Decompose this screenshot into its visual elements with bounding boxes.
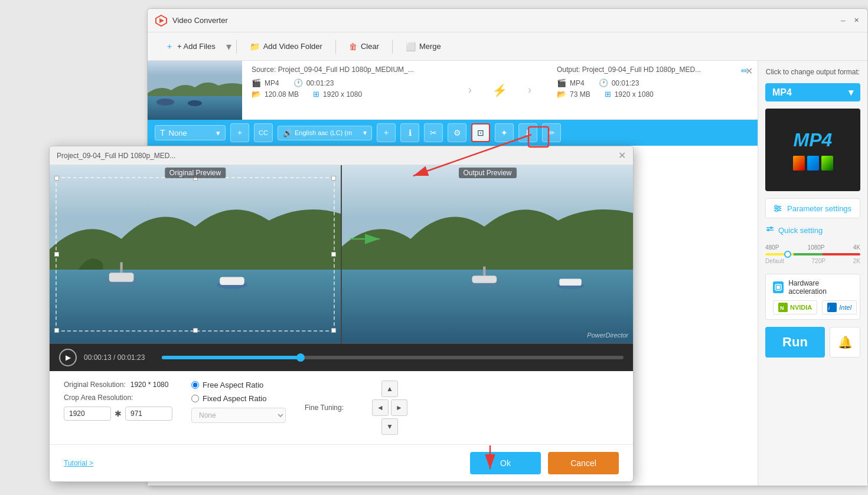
- out-resolution-icon: ⊞: [605, 90, 611, 99]
- minimize-button[interactable]: ─: [839, 17, 847, 25]
- nav-right-button[interactable]: ►: [391, 399, 407, 416]
- crop-handle-bc[interactable]: [193, 328, 198, 333]
- hw-accel-icon: [773, 281, 784, 293]
- out-format-icon: 🎬: [557, 78, 566, 87]
- subtitle-select[interactable]: T None ▾: [155, 125, 226, 140]
- quality-labels: 480P 1080P 4K: [765, 244, 860, 251]
- progress-thumb[interactable]: [296, 353, 305, 362]
- crop-handle-tr[interactable]: [331, 176, 336, 181]
- source-meta-row: 🎬 MP4 🕐 00:01:23: [252, 78, 443, 87]
- fixed-aspect-ratio-option[interactable]: Fixed Aspect Ratio: [191, 394, 286, 403]
- crop-separator: ✱: [115, 409, 122, 418]
- fixed-aspect-radio[interactable]: [191, 395, 199, 402]
- audio-icon: 🔊: [283, 129, 292, 137]
- play-button[interactable]: ▶: [59, 349, 77, 366]
- add-subtitle-button[interactable]: ＋: [230, 123, 249, 142]
- enhance-button[interactable]: ⚙: [448, 123, 466, 142]
- crop-selection-overlay[interactable]: [56, 177, 335, 332]
- svg-text:N: N: [780, 305, 784, 311]
- preview-area: Original Preview: [50, 165, 633, 343]
- crop-input-row: ✱: [64, 407, 172, 421]
- add-files-button[interactable]: ＋ + Add Files: [157, 38, 224, 55]
- crop-handle-tl[interactable]: [54, 176, 59, 181]
- svg-point-15: [770, 227, 772, 229]
- output-format-label: Click to change output format:: [765, 68, 860, 76]
- download-button[interactable]: ⬇: [518, 123, 537, 142]
- output-preview-panel: Output Preview: [342, 165, 633, 343]
- source-meta-row-2: 📂 120.08 MB ⊞ 1920 x 1080: [252, 90, 443, 99]
- format-selector[interactable]: MP4 ▾: [765, 83, 860, 101]
- parameter-settings-button[interactable]: Parameter settings: [765, 198, 860, 218]
- ok-button[interactable]: Ok: [470, 452, 541, 474]
- tutorial-link[interactable]: Tutorial >: [64, 459, 93, 467]
- crop-handle-mr[interactable]: [331, 252, 336, 257]
- close-file-button[interactable]: ✕: [745, 65, 753, 77]
- format-label: MP4: [772, 87, 792, 98]
- crop-handle-bl[interactable]: [54, 328, 59, 333]
- crop-handle-br[interactable]: [331, 328, 336, 333]
- mp4-badge: MP4: [793, 129, 833, 151]
- crop-button[interactable]: ⊡: [471, 123, 490, 142]
- run-button[interactable]: Run: [765, 327, 825, 358]
- slider-thumb[interactable]: [784, 251, 791, 258]
- source-info: Source: Project_09-04_Full HD 1080p_MEDI…: [242, 61, 452, 119]
- audio-chevron-icon: ▾: [363, 129, 367, 137]
- settings-icon: [773, 204, 782, 213]
- add-files-dropdown[interactable]: ▾: [226, 40, 231, 53]
- crop-controls: Original Resolution: 1920 * 1080 Crop Ar…: [50, 371, 633, 444]
- crop-dialog-title: Project_09-04_Full HD 1080p_MED...: [57, 152, 618, 160]
- output-duration: 🕐 00:01:23: [599, 78, 639, 87]
- nav-lr-row: ◄ ►: [372, 399, 407, 416]
- add-video-folder-button[interactable]: 📁 Add Video Folder: [242, 38, 331, 55]
- info-button[interactable]: ℹ: [400, 123, 419, 142]
- add-audio-button[interactable]: ＋: [377, 123, 396, 142]
- clear-button[interactable]: 🗑 Clear: [341, 38, 387, 55]
- toolbar-divider-2: [335, 40, 336, 54]
- svg-point-5: [188, 100, 202, 106]
- cc-button[interactable]: CC: [254, 123, 273, 142]
- cut-button[interactable]: ✂: [424, 123, 443, 142]
- crop-height-input[interactable]: [125, 407, 172, 421]
- format-chevron-icon: ▾: [849, 87, 853, 98]
- nav-up-button[interactable]: ▲: [381, 381, 398, 397]
- free-aspect-radio[interactable]: [191, 381, 199, 389]
- progress-fill: [162, 356, 301, 359]
- edit-button[interactable]: ✏: [542, 123, 561, 142]
- trash-icon: 🗑: [349, 42, 357, 51]
- crop-handle-ml[interactable]: [54, 252, 59, 257]
- effects-toolbar: T None ▾ ＋ CC 🔊 English aac (LC) (m ▾ ＋ …: [148, 120, 758, 146]
- progress-bar[interactable]: [162, 356, 624, 359]
- aspect-ratio-dropdown[interactable]: None: [191, 408, 286, 423]
- merge-button[interactable]: ⬜ Merge: [397, 38, 449, 55]
- nav-down-button[interactable]: ▼: [381, 418, 398, 435]
- crop-width-input[interactable]: [64, 407, 111, 421]
- source-duration: 🕐 00:01:23: [293, 78, 334, 87]
- format-thumbnail: MP4: [765, 109, 860, 191]
- intel-icon: i: [827, 303, 837, 312]
- cancel-button[interactable]: Cancel: [548, 452, 619, 474]
- svg-marker-1: [159, 18, 164, 23]
- quality-slider[interactable]: [765, 253, 860, 255]
- output-size: 📂 73 MB: [557, 90, 590, 99]
- quick-setting-label: Quick setting: [765, 225, 860, 235]
- output-preview-label: Output Preview: [458, 168, 516, 178]
- svg-point-11: [775, 209, 778, 212]
- close-button[interactable]: ✕: [852, 17, 860, 25]
- crop-dialog-close-button[interactable]: ✕: [618, 150, 626, 161]
- original-preview-label: Original Preview: [165, 168, 226, 178]
- original-resolution-label: Original Resolution:: [64, 381, 126, 389]
- nav-left-button[interactable]: ◄: [372, 399, 389, 416]
- alarm-button[interactable]: 🔔: [830, 327, 860, 358]
- alarm-icon: 🔔: [838, 335, 853, 349]
- effects-button[interactable]: ✦: [495, 123, 514, 142]
- source-filename: Source: Project_09-04_Full HD 1080p_MEDI…: [252, 65, 443, 74]
- output-meta-row-2: 📂 73 MB ⊞ 1920 x 1080: [557, 90, 748, 99]
- app-title: Video Converter: [172, 16, 839, 25]
- free-aspect-ratio-option[interactable]: Free Aspect Ratio: [191, 381, 286, 389]
- original-preview-panel: Original Preview: [50, 165, 342, 343]
- svg-rect-17: [776, 286, 780, 289]
- nvidia-icon: N: [778, 303, 788, 312]
- audio-select[interactable]: 🔊 English aac (LC) (m ▾: [278, 126, 372, 140]
- plus-icon: ＋: [165, 41, 174, 52]
- toolbar-divider-1: [236, 40, 237, 54]
